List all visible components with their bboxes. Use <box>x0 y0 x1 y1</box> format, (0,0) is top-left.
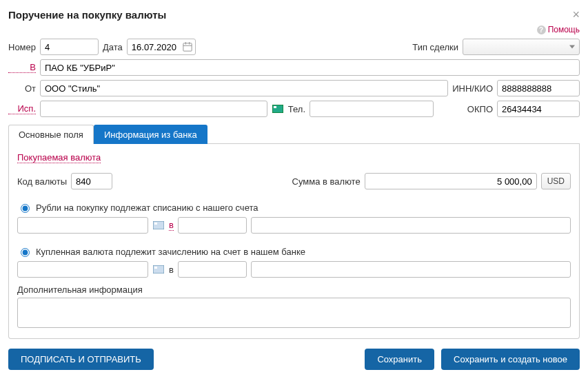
isp-label[interactable]: Исп. <box>8 103 36 114</box>
okpo-input[interactable] <box>497 101 580 117</box>
close-icon[interactable]: × <box>572 8 580 21</box>
credit-cur-input[interactable] <box>178 261 247 278</box>
number-label: Номер <box>8 42 36 52</box>
isp-input[interactable] <box>40 101 267 117</box>
svg-rect-8 <box>153 265 164 274</box>
save-new-button[interactable]: Сохранить и создать новое <box>441 349 580 370</box>
help-label: Помощь <box>548 25 580 34</box>
svg-rect-7 <box>154 223 157 225</box>
tab-bankinfo[interactable]: Информация из банка <box>94 125 207 144</box>
amount-label: Сумма в валюте <box>292 176 361 187</box>
svg-rect-0 <box>183 43 192 51</box>
tab-main[interactable]: Основные поля <box>8 125 94 144</box>
tabs: Основные поля Информация из банка <box>8 124 580 144</box>
from-input[interactable] <box>40 80 448 96</box>
tel-input[interactable] <box>310 101 434 117</box>
credit-radio-row[interactable]: Купленная валюта подлежит зачислению на … <box>17 246 571 257</box>
tel-label: Тел. <box>288 104 305 114</box>
amount-input[interactable] <box>365 173 537 189</box>
addl-label: Дополнительная информация <box>17 285 571 295</box>
inn-input[interactable] <box>497 80 580 96</box>
credit-bank-input[interactable] <box>251 261 571 278</box>
credit-in-label: в <box>169 265 174 275</box>
credit-radio[interactable] <box>21 248 30 257</box>
currency-code-label: Код валюты <box>17 176 67 187</box>
deal-type-label: Тип сделки <box>412 42 458 52</box>
addl-textarea[interactable] <box>17 298 571 328</box>
credit-lookup-icon[interactable] <box>152 263 165 276</box>
svg-rect-9 <box>154 267 157 269</box>
help-icon: ? <box>537 25 546 34</box>
svg-rect-5 <box>274 106 276 108</box>
debit-radio-label: Рубли на покупку подлежат списанию с наш… <box>36 203 258 213</box>
currency-unit: USD <box>541 173 571 189</box>
svg-rect-4 <box>272 105 283 113</box>
help-link[interactable]: ? Помощь <box>537 25 580 34</box>
debit-radio[interactable] <box>21 204 30 213</box>
credit-acct-input[interactable] <box>17 261 148 278</box>
debit-lookup-icon[interactable] <box>152 219 165 231</box>
currency-code-input[interactable] <box>71 173 112 189</box>
deal-type-select[interactable] <box>463 39 580 55</box>
debit-bank-input[interactable] <box>251 217 571 234</box>
save-button[interactable]: Сохранить <box>365 349 434 370</box>
calendar-icon[interactable] <box>183 42 192 52</box>
date-label: Дата <box>103 42 123 52</box>
debit-in-label[interactable]: в <box>169 220 174 231</box>
sign-send-button[interactable]: ПОДПИСАТЬ И ОТПРАВИТЬ <box>8 349 154 370</box>
debit-acct-input[interactable] <box>17 217 148 234</box>
bank-input[interactable] <box>40 59 580 76</box>
in-bank-label[interactable]: В <box>8 62 36 73</box>
section-buying-title[interactable]: Покупаемая валюта <box>17 152 101 163</box>
isp-lookup-icon[interactable] <box>272 103 284 115</box>
credit-radio-label: Купленная валюта подлежит зачислению на … <box>36 247 305 257</box>
main-panel: Покупаемая валюта Код валюты Сумма в вал… <box>8 144 580 339</box>
from-label: От <box>8 83 36 94</box>
svg-rect-6 <box>153 221 164 229</box>
okpo-label: ОКПО <box>456 104 493 114</box>
debit-radio-row[interactable]: Рубли на покупку подлежат списанию с наш… <box>17 202 571 213</box>
inn-label: ИНН/КИО <box>452 83 493 94</box>
debit-cur-input[interactable] <box>178 217 247 234</box>
number-input[interactable] <box>40 39 99 55</box>
page-title: Поручение на покупку валюты <box>8 9 166 21</box>
